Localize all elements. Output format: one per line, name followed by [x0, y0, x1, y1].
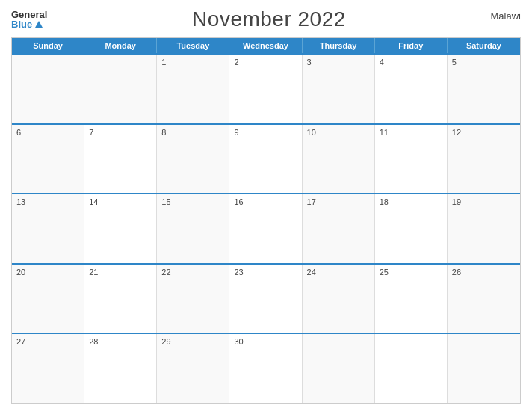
cell-w4-thu: 24: [303, 265, 375, 333]
cell-w4-wed: 23: [229, 265, 302, 333]
calendar-body: 1 2 3 4 5 6 7 8 9 10 11 12 13 14 15 16: [12, 53, 520, 403]
col-header-friday: Friday: [375, 38, 448, 53]
cell-w4-mon: 21: [84, 265, 157, 333]
cell-w1-sun: [12, 55, 84, 123]
cell-w4-fri: 25: [375, 265, 448, 333]
cell-w5-wed: 30: [229, 334, 302, 403]
page: General Blue November 2022 Malawi Sunday…: [0, 0, 532, 411]
cell-w3-wed: 16: [229, 194, 302, 263]
cell-w1-thu: 3: [303, 55, 375, 123]
logo-blue-row: Blue: [11, 19, 43, 29]
cell-w2-mon: 7: [84, 125, 157, 194]
cell-w5-mon: 28: [84, 334, 157, 403]
week-4: 20 21 22 23 24 25 26: [12, 263, 520, 333]
calendar: Sunday Monday Tuesday Wednesday Thursday…: [11, 37, 521, 404]
week-1: 1 2 3 4 5: [12, 53, 520, 123]
cell-w5-thu: [303, 334, 375, 403]
country-label: Malawi: [491, 10, 521, 22]
cell-w3-tue: 15: [157, 194, 229, 263]
week-3: 13 14 15 16 17 18 19: [12, 193, 520, 263]
cell-w3-fri: 18: [375, 194, 448, 263]
col-header-monday: Monday: [84, 38, 157, 53]
cell-w3-sat: 19: [448, 194, 520, 263]
cell-w1-fri: 4: [375, 55, 448, 123]
cell-w5-sun: 27: [12, 334, 84, 403]
cell-w3-sun: 13: [12, 194, 84, 263]
cell-w3-mon: 14: [84, 194, 157, 263]
cell-w1-mon: [84, 55, 157, 123]
cell-w4-tue: 22: [157, 265, 229, 333]
cell-w2-sat: 12: [448, 125, 520, 194]
cell-w4-sun: 20: [12, 265, 84, 333]
week-5: 27 28 29 30: [12, 333, 520, 403]
col-header-wednesday: Wednesday: [229, 38, 302, 53]
logo: General Blue: [11, 10, 47, 29]
cell-w5-sat: [448, 334, 520, 403]
cell-w3-thu: 17: [303, 194, 375, 263]
cell-w5-tue: 29: [157, 334, 229, 403]
logo-triangle-icon: [35, 21, 43, 28]
cell-w2-thu: 10: [303, 125, 375, 194]
cell-w2-wed: 9: [229, 125, 302, 194]
cell-w1-tue: 1: [157, 55, 229, 123]
cell-w2-fri: 11: [375, 125, 448, 194]
calendar-title: November 2022: [192, 7, 346, 31]
col-header-thursday: Thursday: [303, 38, 375, 53]
week-2: 6 7 8 9 10 11 12: [12, 123, 520, 194]
cell-w4-sat: 26: [448, 265, 520, 333]
header: General Blue November 2022 Malawi: [11, 7, 521, 31]
cell-w2-tue: 8: [157, 125, 229, 194]
logo-blue-text: Blue: [11, 19, 32, 29]
cell-w1-sat: 5: [448, 55, 520, 123]
col-header-sunday: Sunday: [12, 38, 84, 53]
calendar-header-row: Sunday Monday Tuesday Wednesday Thursday…: [12, 38, 520, 53]
cell-w1-wed: 2: [229, 55, 302, 123]
cell-w2-sun: 6: [12, 125, 84, 194]
cell-w5-fri: [375, 334, 448, 403]
col-header-tuesday: Tuesday: [157, 38, 229, 53]
col-header-saturday: Saturday: [448, 38, 520, 53]
